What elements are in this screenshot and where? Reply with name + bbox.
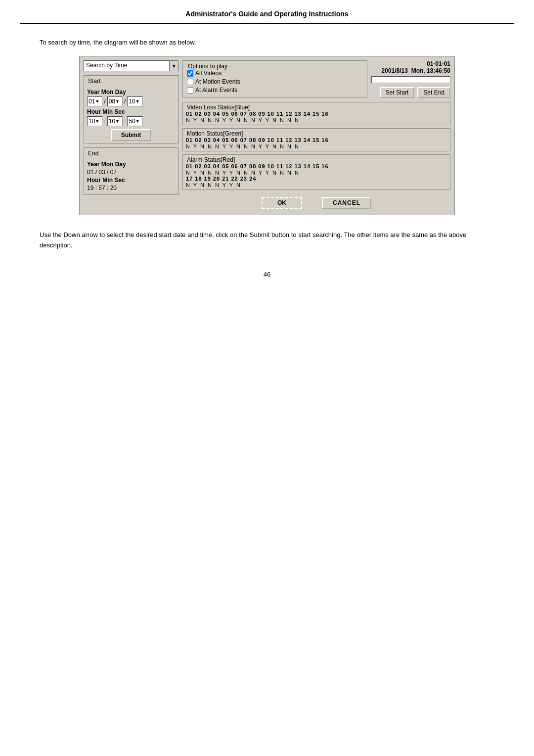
- left-panel: Search by Time ▼ Start Year Mon Day 01 ▼…: [84, 60, 182, 211]
- motion-events-label: At Motion Events: [195, 78, 240, 85]
- footer-text: Use the Down arrow to select the desired…: [40, 230, 494, 251]
- video-loss-group: Video Loss Status[Blue] 01 02 03 04 05 0…: [182, 102, 450, 125]
- end-group: End Year Mon Day 01 / 03 / 07 Hour Min S…: [84, 147, 178, 195]
- set-buttons: Set Start Set End: [380, 87, 450, 98]
- all-videos-checkbox[interactable]: [187, 70, 193, 77]
- alarm-status-group: Alarm Status[Red] 01 02 03 04 05 06 07 0…: [182, 154, 450, 190]
- alarm-legend: Alarm Status[Red]: [186, 156, 447, 163]
- end-ymd-value: 01 / 03 / 07: [87, 169, 175, 176]
- motion-events-checkbox[interactable]: [187, 79, 193, 85]
- start-sec-value: 50: [129, 118, 135, 125]
- start-mon-arrow[interactable]: ▼: [115, 99, 121, 104]
- search-dropdown-box[interactable]: Search by Time: [84, 60, 170, 71]
- set-end-button[interactable]: Set End: [417, 87, 450, 98]
- sep3: :: [103, 118, 106, 125]
- alarm-numbers: 01 02 03 04 05 06 07 08 09 10 11 12 13 1…: [186, 163, 447, 169]
- ok-button[interactable]: OK: [262, 197, 302, 209]
- motion-events-option: At Motion Events: [187, 78, 363, 85]
- top-info: Options to play All Videos At Motion Eve…: [182, 60, 450, 100]
- page-header: Administrator's Guide and Operating Inst…: [0, 0, 534, 23]
- timeline-bar: [371, 76, 450, 83]
- all-videos-label: All Videos: [195, 70, 222, 77]
- sep4: :: [124, 118, 126, 125]
- alarm-events-checkbox[interactable]: [187, 87, 193, 94]
- start-sec-arrow[interactable]: ▼: [135, 119, 141, 124]
- alarm-values2: N Y N N N Y Y N: [186, 182, 447, 188]
- right-panel: Options to play All Videos At Motion Eve…: [182, 60, 450, 211]
- sep2: /: [124, 98, 126, 105]
- end-hms-label: Hour Min Sec: [87, 177, 175, 184]
- alarm-events-label: At Alarm Events: [195, 87, 237, 94]
- start-year-arrow[interactable]: ▼: [95, 99, 101, 104]
- sep1: /: [103, 98, 106, 105]
- start-day-arrow[interactable]: ▼: [135, 99, 141, 104]
- start-legend: Start: [87, 78, 175, 85]
- start-ymd-row: 01 ▼ / 08 ▼ / 10 ▼: [87, 96, 175, 106]
- end-hms-value: 19 : 57 : 20: [87, 185, 175, 191]
- alarm-numbers2: 17 18 19 20 21 22 23 24: [186, 176, 447, 182]
- start-min-arrow[interactable]: ▼: [115, 119, 121, 124]
- video-loss-numbers: 01 02 03 04 05 06 07 08 09 10 11 12 13 1…: [186, 111, 447, 117]
- start-group: Start Year Mon Day 01 ▼ / 08 ▼ / 10: [84, 75, 178, 143]
- page-number: 46: [40, 271, 494, 278]
- date2-time: 2001/8/13 Mon, 18:46:50: [382, 67, 450, 74]
- end-legend: End: [87, 150, 175, 157]
- start-year-value: 01: [89, 98, 95, 105]
- start-day-spinbox[interactable]: 10 ▼: [127, 96, 142, 106]
- start-min-value: 10: [109, 118, 115, 125]
- header-title: Administrator's Guide and Operating Inst…: [185, 10, 348, 18]
- options-group: Options to play All Videos At Motion Eve…: [182, 60, 367, 97]
- motion-values: N Y N N N Y Y N N N Y Y N N N N: [186, 143, 447, 149]
- dialog-box: Search by Time ▼ Start Year Mon Day 01 ▼…: [79, 56, 455, 215]
- date-time-area: 01-01-01 2001/8/13 Mon, 18:46:50: [382, 60, 450, 74]
- start-hms-row: 10 ▼ : 10 ▼ : 50 ▼: [87, 116, 175, 126]
- start-sec-spinbox[interactable]: 50 ▼: [127, 116, 142, 126]
- search-dropdown-row: Search by Time ▼: [84, 60, 178, 71]
- ymd-label: Year Mon Day: [87, 89, 175, 95]
- all-videos-option: All Videos: [187, 70, 363, 77]
- alarm-values: N Y N N N Y Y N N N Y Y N N N N: [186, 170, 447, 176]
- time2: Mon, 18:46:50: [411, 67, 450, 74]
- start-hour-spinbox[interactable]: 10 ▼: [87, 116, 102, 126]
- cancel-button[interactable]: CANCEL: [322, 197, 371, 209]
- video-loss-values: N Y N N N Y Y N N N Y Y N N N N: [186, 117, 447, 123]
- start-day-value: 10: [129, 98, 135, 105]
- date2: 2001/8/13: [382, 67, 408, 74]
- options-legend: Options to play: [187, 63, 363, 70]
- submit-button[interactable]: Submit: [111, 129, 151, 141]
- date1: 01-01-01: [427, 60, 450, 67]
- start-min-spinbox[interactable]: 10 ▼: [107, 116, 123, 126]
- alarm-events-option: At Alarm Events: [187, 87, 363, 94]
- header-divider: [20, 23, 514, 24]
- start-mon-spinbox[interactable]: 08 ▼: [107, 96, 123, 106]
- bottom-buttons: OK CANCEL: [182, 195, 450, 211]
- page-content: To search by time, the diagram will be s…: [0, 39, 534, 278]
- dropdown-arrow-icon[interactable]: ▼: [170, 60, 178, 71]
- intro-text: To search by time, the diagram will be s…: [40, 39, 494, 46]
- motion-status-group: Motion Status[Green] 01 02 03 04 05 06 0…: [182, 128, 450, 151]
- motion-legend: Motion Status[Green]: [186, 130, 447, 137]
- start-hour-arrow[interactable]: ▼: [95, 119, 101, 124]
- start-hour-value: 10: [89, 118, 95, 125]
- set-start-button[interactable]: Set Start: [380, 87, 415, 98]
- motion-numbers: 01 02 03 04 05 06 07 08 09 10 11 12 13 1…: [186, 137, 447, 143]
- hms-label: Hour Min Sec: [87, 108, 175, 115]
- end-ymd-label: Year Mon Day: [87, 161, 175, 168]
- start-year-spinbox[interactable]: 01 ▼: [87, 96, 102, 106]
- start-mon-value: 08: [109, 98, 115, 105]
- video-loss-legend: Video Loss Status[Blue]: [186, 104, 447, 111]
